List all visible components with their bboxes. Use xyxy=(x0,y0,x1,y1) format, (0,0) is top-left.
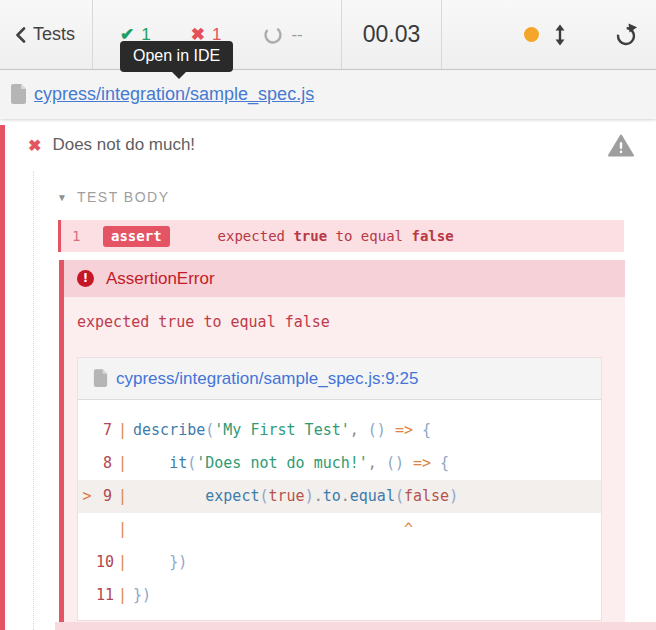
next-section-cutoff xyxy=(55,622,656,630)
code-gutter-pipe: | xyxy=(118,546,127,579)
error-header: ! AssertionError xyxy=(64,260,625,297)
failed-test-panel: ✖ Does not do much! ▼ TEST BODY 1 assert… xyxy=(0,125,656,630)
open-in-ide-tooltip: Open in IDE xyxy=(120,41,233,72)
code-line-number: 10 xyxy=(96,546,112,579)
code-line-number: 9 xyxy=(96,480,112,513)
error-body: expected true to equal false cypress/int… xyxy=(64,297,625,625)
code-line-number xyxy=(96,513,112,546)
command-message-part: to equal xyxy=(327,228,411,244)
command-message: expected true to equal false xyxy=(218,228,454,244)
code-line: 7|describe('My First Test', () => { xyxy=(78,414,601,447)
command-message-part: false xyxy=(411,228,453,244)
auto-scroll-indicator-dot xyxy=(524,27,539,42)
spec-file-link[interactable]: cypress/integration/sample_spec.js xyxy=(34,84,314,105)
code-line-marker xyxy=(78,579,96,612)
pending-count: -- xyxy=(291,25,302,45)
assert-badge: assert xyxy=(103,226,170,247)
code-line: >9| expect(true).to.equal(false) xyxy=(78,480,601,513)
code-line-text: ^ xyxy=(133,513,413,546)
test-body-label: TEST BODY xyxy=(77,189,170,205)
code-line-number: 7 xyxy=(96,414,112,447)
test-body-section-header[interactable]: ▼ TEST BODY xyxy=(57,187,656,207)
code-line-number: 8 xyxy=(96,447,112,480)
command-message-part: true xyxy=(293,228,327,244)
code-body: 7|describe('My First Test', () => {8| it… xyxy=(78,400,601,620)
pending-stat[interactable]: -- xyxy=(263,25,302,45)
code-gutter-pipe: | xyxy=(118,579,127,612)
assert-command-row[interactable]: 1 assert expected true to equal false xyxy=(58,220,624,252)
code-line-marker xyxy=(78,546,96,579)
code-gutter-pipe: | xyxy=(118,414,127,447)
pending-circle-icon xyxy=(263,25,283,45)
header-controls xyxy=(442,0,656,69)
code-line: | ^ xyxy=(78,513,601,546)
code-gutter-pipe: | xyxy=(118,513,127,546)
back-label: Tests xyxy=(33,24,75,45)
command-message-part: expected xyxy=(218,228,294,244)
test-title-row[interactable]: ✖ Does not do much! xyxy=(5,125,656,165)
scroll-toggle-icon[interactable] xyxy=(552,24,568,46)
code-line-text: expect(true).to.equal(false) xyxy=(133,480,458,513)
test-title: Does not do much! xyxy=(52,135,195,155)
code-line-marker xyxy=(78,513,96,546)
collapse-triangle-icon: ▼ xyxy=(57,192,67,203)
code-line: 8| it('Does not do much!', () => { xyxy=(78,447,601,480)
tooltip-text: Open in IDE xyxy=(133,47,220,64)
code-frame-header: cypress/integration/sample_spec.js:9:25 xyxy=(78,358,601,400)
reporter-header: Tests ✔ 1 ✖ 1 -- 00.03 xyxy=(0,0,656,70)
assertion-error-panel: ! AssertionError expected true to equal … xyxy=(59,260,625,625)
code-line-marker xyxy=(78,414,96,447)
code-line: 11|}) xyxy=(78,579,601,612)
duration-section: 00.03 xyxy=(342,0,442,69)
test-failed-icon: ✖ xyxy=(28,136,41,155)
back-to-tests-button[interactable]: Tests xyxy=(0,0,93,69)
code-line-text: describe('My First Test', () => { xyxy=(133,414,431,447)
code-line-number: 11 xyxy=(96,579,112,612)
code-gutter-pipe: | xyxy=(118,480,127,513)
spec-file-row: cypress/integration/sample_spec.js xyxy=(0,70,656,119)
command-number: 1 xyxy=(72,228,82,244)
code-line-marker: > xyxy=(78,480,96,513)
refresh-icon[interactable] xyxy=(614,23,638,47)
file-icon xyxy=(93,369,108,388)
warning-triangle-icon[interactable] xyxy=(608,134,634,157)
error-name: AssertionError xyxy=(106,269,215,289)
code-gutter-pipe: | xyxy=(118,447,127,480)
duration-value: 00.03 xyxy=(363,21,421,48)
code-line-text: it('Does not do much!', () => { xyxy=(133,447,449,480)
error-exclamation-icon: ! xyxy=(77,270,94,287)
indent-guide-line xyxy=(33,171,34,630)
error-message: expected true to equal false xyxy=(77,313,625,357)
error-location-link[interactable]: cypress/integration/sample_spec.js:9:25 xyxy=(116,369,418,389)
code-frame: cypress/integration/sample_spec.js:9:25 … xyxy=(77,357,602,621)
code-line: 10| }) xyxy=(78,546,601,579)
code-line-text: }) xyxy=(133,579,151,612)
code-line-text: }) xyxy=(133,546,187,579)
chevron-left-icon xyxy=(15,27,26,43)
file-icon xyxy=(10,84,27,105)
code-line-marker xyxy=(78,447,96,480)
